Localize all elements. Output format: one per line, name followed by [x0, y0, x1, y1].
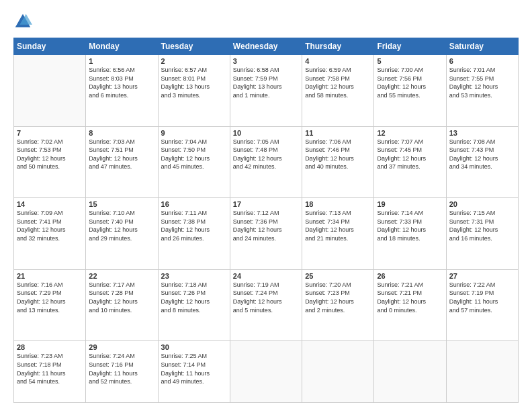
day-number: 5: [377, 57, 443, 65]
day-number: 6: [449, 57, 515, 65]
weekday-monday: Monday: [86, 38, 158, 55]
calendar-cell: [230, 341, 302, 403]
day-number: 28: [17, 343, 83, 351]
weekday-saturday: Saturday: [446, 38, 518, 55]
calendar-cell: 12Sunrise: 7:07 AM Sunset: 7:45 PM Dayli…: [374, 126, 446, 198]
page-header: [13, 12, 519, 31]
week-row-0: 1Sunrise: 6:56 AM Sunset: 8:03 PM Daylig…: [14, 55, 519, 127]
day-info: Sunrise: 7:12 AM Sunset: 7:36 PM Dayligh…: [233, 209, 299, 242]
calendar-cell: 22Sunrise: 7:17 AM Sunset: 7:28 PM Dayli…: [86, 269, 158, 341]
day-info: Sunrise: 7:08 AM Sunset: 7:43 PM Dayligh…: [449, 138, 515, 171]
calendar-cell: 6Sunrise: 7:01 AM Sunset: 7:55 PM Daylig…: [446, 55, 518, 127]
day-number: 15: [89, 200, 154, 208]
day-info: Sunrise: 7:02 AM Sunset: 7:53 PM Dayligh…: [17, 138, 83, 171]
weekday-sunday: Sunday: [14, 38, 86, 55]
day-number: 3: [233, 57, 299, 65]
day-number: 19: [377, 200, 443, 208]
day-info: Sunrise: 7:03 AM Sunset: 7:51 PM Dayligh…: [89, 138, 154, 171]
week-row-3: 21Sunrise: 7:16 AM Sunset: 7:29 PM Dayli…: [14, 269, 519, 341]
day-number: 27: [449, 272, 515, 280]
day-number: 14: [17, 200, 83, 208]
day-number: 1: [89, 57, 154, 65]
calendar-cell: 29Sunrise: 7:24 AM Sunset: 7:16 PM Dayli…: [86, 341, 158, 403]
calendar-cell: 21Sunrise: 7:16 AM Sunset: 7:29 PM Dayli…: [14, 269, 86, 341]
calendar-cell: 10Sunrise: 7:05 AM Sunset: 7:48 PM Dayli…: [230, 126, 302, 198]
calendar-cell: 4Sunrise: 6:59 AM Sunset: 7:58 PM Daylig…: [302, 55, 374, 127]
day-number: 11: [305, 129, 371, 137]
calendar-cell: 30Sunrise: 7:25 AM Sunset: 7:14 PM Dayli…: [158, 341, 230, 403]
day-info: Sunrise: 7:18 AM Sunset: 7:26 PM Dayligh…: [161, 281, 227, 314]
day-info: Sunrise: 7:15 AM Sunset: 7:31 PM Dayligh…: [449, 209, 515, 242]
day-number: 7: [17, 129, 83, 137]
day-info: Sunrise: 7:07 AM Sunset: 7:45 PM Dayligh…: [377, 138, 443, 171]
day-info: Sunrise: 7:17 AM Sunset: 7:28 PM Dayligh…: [89, 281, 154, 314]
calendar-cell: 18Sunrise: 7:13 AM Sunset: 7:34 PM Dayli…: [302, 198, 374, 270]
calendar-cell: [302, 341, 374, 403]
day-info: Sunrise: 7:22 AM Sunset: 7:19 PM Dayligh…: [449, 281, 515, 314]
day-info: Sunrise: 7:05 AM Sunset: 7:48 PM Dayligh…: [233, 138, 299, 171]
calendar-cell: 1Sunrise: 6:56 AM Sunset: 8:03 PM Daylig…: [86, 55, 158, 127]
day-number: 22: [89, 272, 154, 280]
calendar-cell: 25Sunrise: 7:20 AM Sunset: 7:23 PM Dayli…: [302, 269, 374, 341]
calendar: SundayMondayTuesdayWednesdayThursdayFrid…: [13, 38, 519, 403]
day-info: Sunrise: 7:25 AM Sunset: 7:14 PM Dayligh…: [161, 352, 227, 385]
weekday-header-row: SundayMondayTuesdayWednesdayThursdayFrid…: [14, 38, 519, 55]
calendar-cell: 16Sunrise: 7:11 AM Sunset: 7:38 PM Dayli…: [158, 198, 230, 270]
calendar-cell: 17Sunrise: 7:12 AM Sunset: 7:36 PM Dayli…: [230, 198, 302, 270]
calendar-cell: 23Sunrise: 7:18 AM Sunset: 7:26 PM Dayli…: [158, 269, 230, 341]
day-info: Sunrise: 7:13 AM Sunset: 7:34 PM Dayligh…: [305, 209, 371, 242]
day-number: 24: [233, 272, 299, 280]
calendar-cell: [374, 341, 446, 403]
calendar-cell: 24Sunrise: 7:19 AM Sunset: 7:24 PM Dayli…: [230, 269, 302, 341]
day-number: 29: [89, 343, 154, 351]
day-info: Sunrise: 7:01 AM Sunset: 7:55 PM Dayligh…: [449, 66, 515, 99]
day-number: 8: [89, 129, 154, 137]
calendar-cell: 15Sunrise: 7:10 AM Sunset: 7:40 PM Dayli…: [86, 198, 158, 270]
day-info: Sunrise: 7:00 AM Sunset: 7:56 PM Dayligh…: [377, 66, 443, 99]
day-number: 2: [161, 57, 227, 65]
calendar-cell: 8Sunrise: 7:03 AM Sunset: 7:51 PM Daylig…: [86, 126, 158, 198]
logo: [13, 12, 34, 31]
day-info: Sunrise: 7:06 AM Sunset: 7:46 PM Dayligh…: [305, 138, 371, 171]
calendar-cell: 9Sunrise: 7:04 AM Sunset: 7:50 PM Daylig…: [158, 126, 230, 198]
week-row-2: 14Sunrise: 7:09 AM Sunset: 7:41 PM Dayli…: [14, 198, 519, 270]
weekday-friday: Friday: [374, 38, 446, 55]
day-number: 17: [233, 200, 299, 208]
day-info: Sunrise: 7:09 AM Sunset: 7:41 PM Dayligh…: [17, 209, 83, 242]
day-number: 25: [305, 272, 371, 280]
day-number: 21: [17, 272, 83, 280]
calendar-cell: 14Sunrise: 7:09 AM Sunset: 7:41 PM Dayli…: [14, 198, 86, 270]
day-number: 4: [305, 57, 371, 65]
weekday-thursday: Thursday: [302, 38, 374, 55]
calendar-cell: 19Sunrise: 7:14 AM Sunset: 7:33 PM Dayli…: [374, 198, 446, 270]
calendar-cell: 28Sunrise: 7:23 AM Sunset: 7:18 PM Dayli…: [14, 341, 86, 403]
logo-icon: [13, 12, 32, 31]
calendar-cell: 20Sunrise: 7:15 AM Sunset: 7:31 PM Dayli…: [446, 198, 518, 270]
day-number: 10: [233, 129, 299, 137]
calendar-cell: 11Sunrise: 7:06 AM Sunset: 7:46 PM Dayli…: [302, 126, 374, 198]
week-row-4: 28Sunrise: 7:23 AM Sunset: 7:18 PM Dayli…: [14, 341, 519, 403]
calendar-cell: 2Sunrise: 6:57 AM Sunset: 8:01 PM Daylig…: [158, 55, 230, 127]
day-info: Sunrise: 7:23 AM Sunset: 7:18 PM Dayligh…: [17, 352, 83, 385]
calendar-cell: [446, 341, 518, 403]
weekday-wednesday: Wednesday: [230, 38, 302, 55]
calendar-cell: 7Sunrise: 7:02 AM Sunset: 7:53 PM Daylig…: [14, 126, 86, 198]
day-info: Sunrise: 7:20 AM Sunset: 7:23 PM Dayligh…: [305, 281, 371, 314]
day-info: Sunrise: 7:16 AM Sunset: 7:29 PM Dayligh…: [17, 281, 83, 314]
calendar-cell: 3Sunrise: 6:58 AM Sunset: 7:59 PM Daylig…: [230, 55, 302, 127]
day-info: Sunrise: 7:21 AM Sunset: 7:21 PM Dayligh…: [377, 281, 443, 314]
day-info: Sunrise: 7:10 AM Sunset: 7:40 PM Dayligh…: [89, 209, 154, 242]
day-info: Sunrise: 6:58 AM Sunset: 7:59 PM Dayligh…: [233, 66, 299, 99]
day-number: 30: [161, 343, 227, 351]
day-info: Sunrise: 7:24 AM Sunset: 7:16 PM Dayligh…: [89, 352, 154, 385]
calendar-cell: 26Sunrise: 7:21 AM Sunset: 7:21 PM Dayli…: [374, 269, 446, 341]
day-number: 9: [161, 129, 227, 137]
day-number: 13: [449, 129, 515, 137]
day-number: 23: [161, 272, 227, 280]
day-info: Sunrise: 6:57 AM Sunset: 8:01 PM Dayligh…: [161, 66, 227, 99]
week-row-1: 7Sunrise: 7:02 AM Sunset: 7:53 PM Daylig…: [14, 126, 519, 198]
day-info: Sunrise: 7:19 AM Sunset: 7:24 PM Dayligh…: [233, 281, 299, 314]
calendar-cell: 27Sunrise: 7:22 AM Sunset: 7:19 PM Dayli…: [446, 269, 518, 341]
calendar-cell: [14, 55, 86, 127]
day-info: Sunrise: 7:04 AM Sunset: 7:50 PM Dayligh…: [161, 138, 227, 171]
